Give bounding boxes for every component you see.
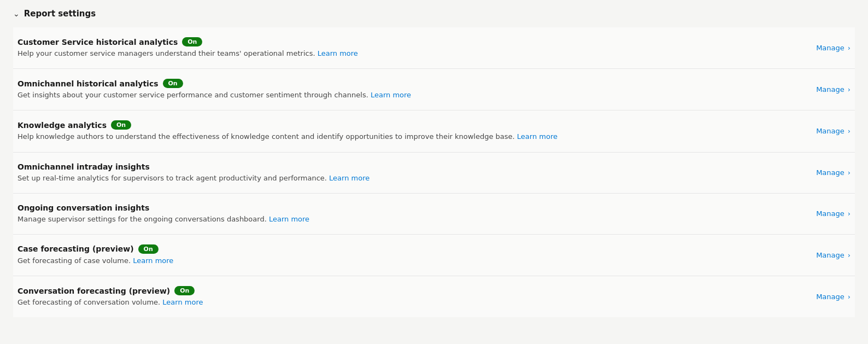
learn-more-link-knowledge-analytics[interactable]: Learn more xyxy=(517,132,558,141)
manage-link-omnichannel-historical[interactable]: Manage xyxy=(816,85,844,94)
setting-desc-case-forecasting: Get forecasting of case volume. Learn mo… xyxy=(17,256,794,266)
chevron-right-icon-omnichannel-historical: › xyxy=(848,85,851,94)
learn-more-link-omnichannel-intraday[interactable]: Learn more xyxy=(329,174,370,182)
setting-left-conversation-forecasting: Conversation forecasting (preview)OnGet … xyxy=(17,286,794,307)
setting-name-knowledge-analytics: Knowledge analytics xyxy=(17,121,107,130)
learn-more-link-ongoing-conversation[interactable]: Learn more xyxy=(269,215,309,223)
manage-link-conversation-forecasting[interactable]: Manage xyxy=(816,293,844,301)
setting-row-case-forecasting: Case forecasting (preview)OnGet forecast… xyxy=(13,235,855,276)
manage-link-knowledge-analytics[interactable]: Manage xyxy=(816,127,844,135)
setting-title-row-ongoing-conversation: Ongoing conversation insights xyxy=(17,203,794,212)
setting-row-knowledge-analytics: Knowledge analyticsOnHelp knowledge auth… xyxy=(13,110,855,152)
setting-right-omnichannel-historical: Manage› xyxy=(816,85,851,94)
setting-row-conversation-forecasting: Conversation forecasting (preview)OnGet … xyxy=(13,276,855,317)
setting-desc-knowledge-analytics: Help knowledge authors to understand the… xyxy=(17,132,794,142)
setting-desc-ongoing-conversation: Manage supervisor settings for the ongoi… xyxy=(17,214,794,224)
setting-row-omnichannel-intraday: Omnichannel intraday insightsSet up real… xyxy=(13,153,855,194)
manage-link-customer-service-historical[interactable]: Manage xyxy=(816,44,844,52)
setting-right-conversation-forecasting: Manage› xyxy=(816,293,851,301)
settings-list: Customer Service historical analyticsOnH… xyxy=(13,27,855,317)
chevron-right-icon-case-forecasting: › xyxy=(848,251,851,259)
setting-right-omnichannel-intraday: Manage› xyxy=(816,168,851,177)
chevron-right-icon-knowledge-analytics: › xyxy=(848,127,851,135)
setting-title-row-customer-service-historical: Customer Service historical analyticsOn xyxy=(17,37,794,46)
setting-left-knowledge-analytics: Knowledge analyticsOnHelp knowledge auth… xyxy=(17,120,794,142)
setting-title-row-omnichannel-historical: Omnichannel historical analyticsOn xyxy=(17,79,794,88)
chevron-right-icon-customer-service-historical: › xyxy=(848,44,851,52)
manage-link-case-forecasting[interactable]: Manage xyxy=(816,251,844,259)
setting-right-case-forecasting: Manage› xyxy=(816,251,851,259)
setting-title-row-case-forecasting: Case forecasting (preview)On xyxy=(17,244,794,254)
setting-row-ongoing-conversation: Ongoing conversation insightsManage supe… xyxy=(13,194,855,235)
setting-left-omnichannel-historical: Omnichannel historical analyticsOnGet in… xyxy=(17,79,794,100)
chevron-right-icon-conversation-forecasting: › xyxy=(848,293,851,301)
setting-name-omnichannel-historical: Omnichannel historical analytics xyxy=(17,79,159,88)
section-header[interactable]: ⌄ Report settings xyxy=(13,9,855,19)
status-badge-case-forecasting: On xyxy=(138,244,159,254)
status-badge-knowledge-analytics: On xyxy=(111,120,131,130)
setting-name-customer-service-historical: Customer Service historical analytics xyxy=(17,38,178,46)
setting-row-customer-service-historical: Customer Service historical analyticsOnH… xyxy=(13,27,855,69)
learn-more-link-customer-service-historical[interactable]: Learn more xyxy=(318,49,358,57)
setting-name-case-forecasting: Case forecasting (preview) xyxy=(17,244,134,253)
chevron-right-icon-omnichannel-intraday: › xyxy=(848,168,851,177)
page-container: ⌄ Report settings Customer Service histo… xyxy=(0,0,868,326)
status-badge-conversation-forecasting: On xyxy=(174,286,195,295)
setting-left-ongoing-conversation: Ongoing conversation insightsManage supe… xyxy=(17,203,794,224)
setting-left-omnichannel-intraday: Omnichannel intraday insightsSet up real… xyxy=(17,162,794,183)
status-badge-customer-service-historical: On xyxy=(182,37,202,46)
setting-desc-omnichannel-intraday: Set up real-time analytics for superviso… xyxy=(17,173,794,183)
learn-more-link-conversation-forecasting[interactable]: Learn more xyxy=(162,298,203,306)
setting-desc-omnichannel-historical: Get insights about your customer service… xyxy=(17,90,794,100)
setting-desc-customer-service-historical: Help your customer service managers unde… xyxy=(17,49,794,59)
setting-row-omnichannel-historical: Omnichannel historical analyticsOnGet in… xyxy=(13,69,855,110)
setting-title-row-conversation-forecasting: Conversation forecasting (preview)On xyxy=(17,286,794,295)
setting-name-ongoing-conversation: Ongoing conversation insights xyxy=(17,203,149,212)
chevron-right-icon-ongoing-conversation: › xyxy=(848,209,851,218)
setting-title-row-knowledge-analytics: Knowledge analyticsOn xyxy=(17,120,794,130)
manage-link-omnichannel-intraday[interactable]: Manage xyxy=(816,168,844,177)
setting-right-customer-service-historical: Manage› xyxy=(816,44,851,52)
setting-desc-conversation-forecasting: Get forecasting of conversation volume. … xyxy=(17,298,794,307)
learn-more-link-case-forecasting[interactable]: Learn more xyxy=(133,256,173,265)
status-badge-omnichannel-historical: On xyxy=(163,79,183,88)
section-title: Report settings xyxy=(24,9,96,19)
chevron-down-icon: ⌄ xyxy=(13,9,20,18)
setting-right-knowledge-analytics: Manage› xyxy=(816,127,851,135)
setting-name-omnichannel-intraday: Omnichannel intraday insights xyxy=(17,162,150,171)
setting-right-ongoing-conversation: Manage› xyxy=(816,209,851,218)
learn-more-link-omnichannel-historical[interactable]: Learn more xyxy=(371,91,411,99)
setting-left-case-forecasting: Case forecasting (preview)OnGet forecast… xyxy=(17,244,794,266)
setting-name-conversation-forecasting: Conversation forecasting (preview) xyxy=(17,287,170,295)
setting-title-row-omnichannel-intraday: Omnichannel intraday insights xyxy=(17,162,794,171)
setting-left-customer-service-historical: Customer Service historical analyticsOnH… xyxy=(17,37,794,59)
manage-link-ongoing-conversation[interactable]: Manage xyxy=(816,209,844,218)
